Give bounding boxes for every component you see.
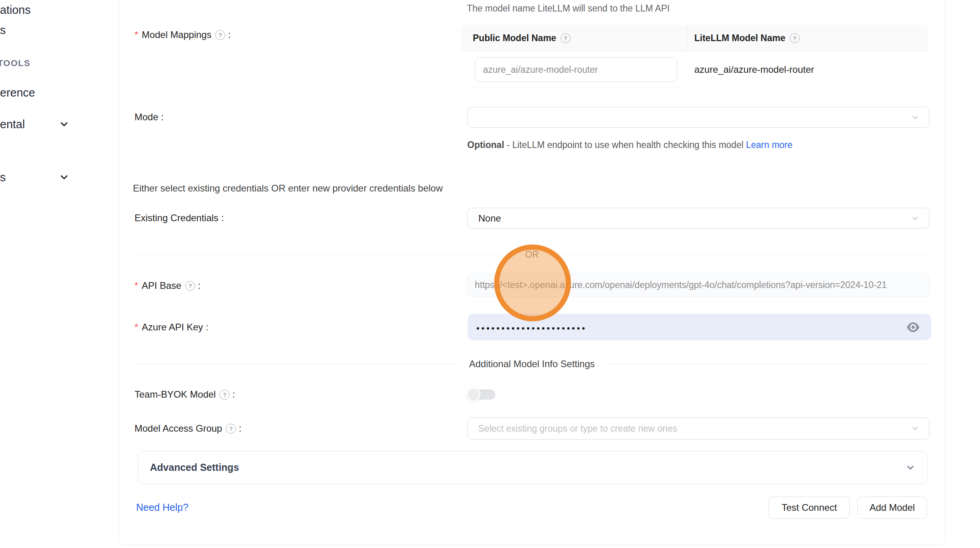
mode-help-text: Optional - LiteLLM endpoint to use when … [467, 137, 796, 154]
azure-api-key-label: * Azure API Key : [135, 322, 209, 333]
model-mappings-table-header: Public Model Name ? LiteLLM Model Name ? [461, 25, 928, 51]
label-colon: : [221, 212, 224, 224]
required-asterisk: * [135, 322, 138, 333]
additional-settings-divider: Additional Model Info Settings [136, 358, 928, 370]
credentials-note: Either select existing credentials OR en… [133, 183, 443, 194]
column-header-litellm-model-name: LiteLLM Model Name ? [687, 25, 928, 51]
or-divider: OR [136, 249, 928, 260]
existing-credentials-select[interactable]: None [467, 208, 929, 229]
eye-icon[interactable] [906, 321, 920, 333]
divider-line [605, 364, 928, 364]
mode-help-bold: Optional [467, 140, 504, 150]
toggle-knob [466, 387, 481, 402]
sidebar-item-erence[interactable]: erence [0, 86, 35, 99]
label-colon: : [232, 389, 235, 400]
chevron-down-icon [911, 424, 919, 433]
mode-label: Mode : [135, 112, 164, 123]
model-mappings-table: Public Model Name ? LiteLLM Model Name ?… [461, 25, 928, 88]
team-byok-label: Team-BYOK Model ? : [135, 389, 235, 400]
api-base-input[interactable]: https://<test>.openai.azure.com/openai/d… [467, 273, 929, 297]
sidebar-item-s2[interactable]: s [0, 171, 6, 184]
api-base-value: https://<test>.openai.azure.com/openai/d… [475, 280, 887, 290]
litellm-model-name-value: azure_ai/azure-model-router [687, 64, 928, 75]
model-access-group-label: Model Access Group ? : [135, 423, 241, 434]
help-circle-icon[interactable]: ? [185, 281, 195, 291]
mode-select[interactable] [467, 107, 929, 128]
existing-credentials-value: None [478, 213, 501, 224]
help-circle-icon[interactable]: ? [215, 30, 225, 40]
column-header-public-model-name: Public Model Name ? [461, 25, 687, 51]
add-model-button[interactable]: Add Model [857, 497, 927, 519]
help-circle-icon[interactable]: ? [226, 424, 236, 434]
learn-more-link[interactable]: Learn more [746, 140, 792, 150]
divider-line [549, 254, 928, 255]
label-colon: : [228, 29, 231, 40]
label-colon: : [239, 423, 241, 434]
public-model-name-input[interactable] [475, 57, 677, 82]
divider-line [136, 254, 515, 255]
need-help-link[interactable]: Need Help? [136, 502, 188, 513]
azure-api-key-input[interactable]: •••••••••••••••••••••• [468, 314, 931, 340]
model-mappings-label: * Model Mappings ? : [135, 29, 231, 40]
model-access-group-select[interactable]: Select existing groups or type to create… [467, 417, 929, 440]
required-asterisk: * [135, 280, 138, 291]
chevron-down-icon[interactable] [59, 119, 70, 130]
divider-line [136, 364, 459, 364]
chevron-down-icon [911, 113, 919, 122]
sidebar-item-ental[interactable]: ental [0, 118, 25, 131]
required-asterisk: * [135, 29, 138, 40]
chevron-down-icon [911, 214, 919, 223]
help-circle-icon[interactable]: ? [220, 390, 229, 400]
advanced-settings-panel[interactable]: Advanced Settings [138, 451, 928, 484]
help-circle-icon[interactable]: ? [561, 33, 571, 43]
label-colon: : [206, 322, 209, 333]
sidebar-item-s[interactable]: s [0, 24, 6, 37]
test-connect-button[interactable]: Test Connect [769, 497, 850, 519]
chevron-down-icon[interactable] [59, 172, 70, 183]
or-divider-text: OR [515, 249, 549, 260]
sidebar-section-tools: TOOLS [0, 58, 30, 68]
existing-credentials-label: Existing Credentials : [135, 212, 224, 224]
add-model-page: ations s TOOLS erence ental s The model … [0, 0, 980, 548]
sidebar-item-ations[interactable]: ations [0, 4, 30, 17]
advanced-settings-title: Advanced Settings [150, 462, 239, 473]
chevron-down-icon [905, 463, 916, 473]
api-base-label: * API Base ? : [135, 280, 201, 291]
model-name-hint: The model name LiteLLM will send to the … [467, 3, 670, 14]
masked-api-key: •••••••••••••••••••••• [476, 322, 587, 333]
label-colon: : [198, 280, 201, 291]
help-circle-icon[interactable]: ? [790, 33, 800, 43]
model-mappings-table-row: azure_ai/azure-model-router [461, 51, 928, 88]
model-access-group-placeholder: Select existing groups or type to create… [478, 423, 677, 434]
label-colon: : [161, 112, 164, 123]
model-mappings-label-text: Model Mappings [142, 29, 211, 40]
additional-settings-divider-text: Additional Model Info Settings [459, 358, 605, 370]
team-byok-toggle[interactable] [466, 387, 496, 402]
